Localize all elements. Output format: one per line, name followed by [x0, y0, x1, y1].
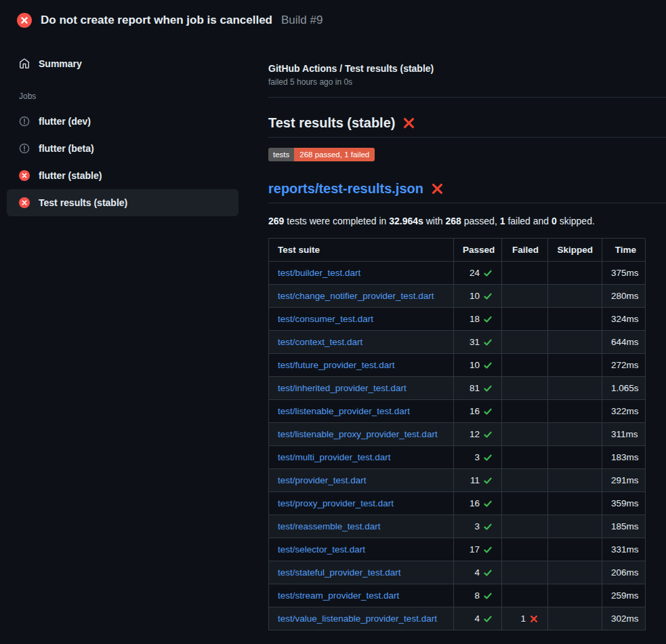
check-icon: [483, 476, 493, 485]
failed-cell: [502, 515, 548, 538]
suite-link[interactable]: test/future_provider_test.dart: [278, 360, 395, 370]
job-label: flutter (dev): [39, 116, 91, 127]
skipped-cell: [548, 584, 602, 607]
column-header-time: Time: [602, 239, 646, 262]
suite-cell: test/context_test.dart: [269, 331, 454, 354]
time-cell: 185ms: [602, 515, 646, 538]
passed-count: 3: [474, 452, 480, 462]
section-heading-label: Test results (stable): [268, 115, 395, 131]
passed-count: 16: [470, 406, 480, 416]
time-cell: 322ms: [602, 400, 646, 423]
table-header-row: Test suitePassedFailedSkippedTime: [269, 239, 646, 262]
suite-link[interactable]: test/value_listenable_provider_test.dart: [278, 613, 437, 624]
check-icon: [483, 407, 493, 416]
passed-count: 4: [474, 613, 480, 624]
suite-cell: test/value_listenable_provider_test.dart: [269, 607, 454, 630]
home-icon: [19, 58, 30, 69]
report-file-link[interactable]: reports/test-results.json: [268, 181, 423, 197]
cross-mark-icon: [431, 182, 444, 195]
header-divider: [268, 97, 666, 98]
table-row: test/builder_test.dart 24 375ms: [269, 262, 646, 285]
suite-link[interactable]: test/listenable_provider_test.dart: [278, 406, 410, 416]
check-icon: [483, 568, 493, 578]
passed-count: 11: [470, 475, 480, 485]
cross-mark-icon: [402, 117, 415, 129]
skipped-cell: [548, 446, 602, 469]
table-row: test/inherited_provider_test.dart 81 1.0…: [269, 377, 646, 400]
failed-cell: [502, 285, 548, 308]
skipped-cell: [548, 607, 602, 630]
suite-cell: test/listenable_proxy_provider_test.dart: [269, 423, 454, 446]
passed-cell: 18: [454, 308, 502, 331]
sidebar-item-flutter-dev[interactable]: flutter (dev): [7, 108, 238, 135]
passed-count: 8: [474, 590, 480, 601]
suite-link[interactable]: test/reassemble_test.dart: [278, 521, 381, 531]
suite-link[interactable]: test/context_test.dart: [278, 337, 362, 347]
skipped-cell: [548, 538, 602, 561]
suite-link[interactable]: test/selector_test.dart: [278, 544, 365, 555]
suite-link[interactable]: test/provider_test.dart: [278, 475, 367, 485]
suite-cell: test/inherited_provider_test.dart: [269, 377, 454, 400]
passed-count: 24: [470, 268, 480, 278]
check-icon: [483, 614, 493, 624]
sidebar-item-flutter-beta[interactable]: flutter (beta): [7, 135, 238, 162]
skipped-cell: [548, 262, 602, 285]
table-row: test/stateful_provider_test.dart 4 206ms: [269, 561, 646, 584]
failed-cell: [502, 262, 548, 285]
passed-cell: 17: [454, 538, 502, 561]
passed-cell: 81: [454, 377, 502, 400]
suite-cell: test/multi_provider_test.dart: [269, 446, 454, 469]
table-row: test/proxy_provider_test.dart 16 359ms: [269, 492, 646, 515]
failed-cell: [502, 331, 548, 354]
table-row: test/multi_provider_test.dart 3 183ms: [269, 446, 646, 469]
x-circle-icon: [19, 197, 30, 208]
failed-cell: [502, 423, 548, 446]
sidebar-item-flutter-stable[interactable]: flutter (stable): [7, 162, 238, 189]
suite-cell: test/future_provider_test.dart: [269, 354, 454, 377]
time-cell: 302ms: [602, 607, 646, 630]
failed-cell: [502, 584, 548, 607]
check-icon: [483, 591, 493, 601]
suite-link[interactable]: test/consumer_test.dart: [278, 314, 373, 324]
column-header-failed: Failed: [502, 239, 548, 262]
failed-cell: [502, 469, 548, 492]
skipped-cell: [548, 354, 602, 377]
summary-line: 269 tests were completed in 32.964s with…: [268, 216, 666, 226]
suite-cell: test/stateful_provider_test.dart: [269, 561, 454, 584]
suite-link[interactable]: test/listenable_proxy_provider_test.dart: [278, 429, 438, 439]
time-cell: 206ms: [602, 561, 646, 584]
time-cell: 311ms: [602, 423, 646, 446]
suite-link[interactable]: test/builder_test.dart: [278, 268, 360, 278]
table-row: test/context_test.dart 31 644ms: [269, 331, 646, 354]
sidebar-item-test-results-stable[interactable]: Test results (stable): [7, 189, 238, 216]
job-label: flutter (beta): [39, 143, 94, 154]
check-icon: [483, 453, 493, 462]
suite-link[interactable]: test/change_notifier_provider_test.dart: [278, 291, 434, 301]
suite-link[interactable]: test/multi_provider_test.dart: [278, 452, 391, 462]
suite-link[interactable]: test/stateful_provider_test.dart: [278, 567, 401, 578]
suite-link[interactable]: test/proxy_provider_test.dart: [278, 498, 394, 508]
run-meta: failed 5 hours ago in 0s: [268, 77, 666, 87]
time-cell: 272ms: [602, 354, 646, 377]
sidebar-item-summary[interactable]: Summary: [7, 53, 238, 75]
jobs-list: flutter (dev) flutter (beta) flutter (st…: [0, 108, 264, 216]
passed-count: 12: [470, 429, 480, 439]
skipped-cell: [548, 331, 602, 354]
skipped-cell: [548, 423, 602, 446]
suite-link[interactable]: test/inherited_provider_test.dart: [278, 383, 407, 393]
x-circle-icon: [17, 13, 32, 28]
check-icon: [483, 268, 493, 278]
passed-cell: 24: [454, 262, 502, 285]
suite-cell: test/stream_provider_test.dart: [269, 584, 454, 607]
table-body: test/builder_test.dart 24 375ms test/cha…: [269, 262, 646, 630]
passed-cell: 10: [454, 354, 502, 377]
skipped-cell: [548, 308, 602, 331]
time-cell: 280ms: [602, 285, 646, 308]
job-label: Test results (stable): [39, 197, 127, 208]
passed-count: 10: [470, 360, 480, 370]
jobs-section-label: Jobs: [0, 75, 264, 108]
test-results-table: Test suitePassedFailedSkippedTime test/b…: [268, 238, 646, 630]
stale-icon: [19, 116, 30, 127]
suite-link[interactable]: test/stream_provider_test.dart: [278, 590, 399, 601]
sidebar: Summary Jobs flutter (dev) flutter (beta…: [0, 38, 264, 216]
